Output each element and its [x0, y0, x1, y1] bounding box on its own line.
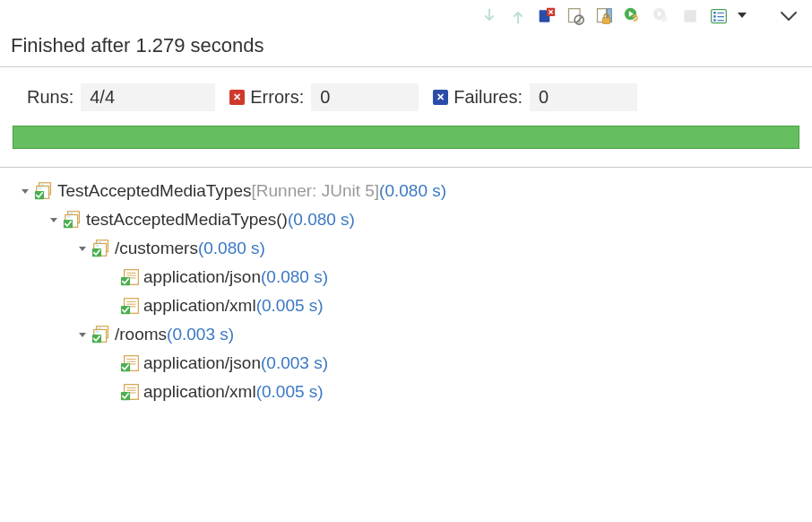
next-failure-icon	[479, 5, 500, 27]
suite-pass-icon	[91, 239, 113, 258]
node-duration: (0.003 s)	[167, 320, 234, 349]
node-label: application/xml	[143, 291, 256, 320]
node-duration: (0.005 s)	[256, 291, 324, 320]
expand-toggle-icon[interactable]	[16, 182, 34, 200]
stop-icon	[679, 5, 701, 27]
test-tree[interactable]: TestAcceptedMediaTypes [Runner: JUnit 5]…	[0, 168, 812, 415]
expand-toggle-icon[interactable]	[73, 326, 91, 344]
view-menu-icon[interactable]	[778, 5, 799, 27]
tree-node[interactable]: application/xml (0.005 s)	[5, 291, 807, 320]
test-history-icon[interactable]	[708, 5, 730, 27]
tree-node[interactable]: testAcceptedMediaTypes() (0.080 s)	[5, 205, 807, 234]
node-duration: (0.003 s)	[261, 349, 328, 378]
progress-wrap	[0, 118, 812, 168]
node-label: /rooms	[115, 320, 167, 349]
node-label: /customers	[115, 234, 198, 263]
status-line: Finished after 1.279 seconds	[0, 30, 812, 67]
test-pass-icon	[120, 296, 142, 316]
tree-node[interactable]: application/xml (0.005 s)	[5, 378, 807, 406]
node-suffix: [Runner: JUnit 5]	[252, 177, 380, 205]
node-duration: (0.080 s)	[288, 205, 355, 234]
lock-icon[interactable]	[593, 5, 615, 27]
tree-node[interactable]: TestAcceptedMediaTypes [Runner: JUnit 5]…	[5, 177, 807, 205]
errors-label: Errors:	[250, 87, 311, 108]
node-duration: (0.080 s)	[198, 234, 265, 263]
node-duration: (0.080 s)	[261, 263, 328, 291]
progress-bar	[13, 126, 799, 149]
runs-value: 4/4	[81, 83, 215, 111]
expand-toggle-icon[interactable]	[45, 211, 63, 229]
node-duration: (0.005 s)	[256, 378, 324, 406]
rerun-test-icon[interactable]	[622, 5, 644, 27]
test-pass-icon	[120, 353, 142, 373]
node-label: application/json	[143, 263, 261, 291]
rerun-failed-icon	[651, 5, 672, 27]
tree-node[interactable]: application/json (0.003 s)	[5, 349, 807, 378]
error-icon	[229, 90, 245, 105]
prev-failure-icon	[507, 5, 529, 27]
scroll-lock-icon[interactable]	[565, 5, 586, 27]
node-label: application/xml	[143, 378, 256, 406]
status-text: Finished after 1.279 seconds	[11, 34, 264, 57]
suite-pass-icon	[91, 325, 113, 344]
runs-label: Runs:	[27, 87, 81, 108]
node-label: testAcceptedMediaTypes()	[86, 205, 288, 234]
tree-node[interactable]: application/json (0.080 s)	[5, 263, 807, 291]
counter-row: Runs: 4/4 Errors: 0 Failures: 0	[0, 67, 812, 118]
errors-value: 0	[311, 83, 419, 111]
node-label: TestAcceptedMediaTypes	[57, 177, 252, 205]
tree-node[interactable]: /customers (0.080 s)	[5, 234, 807, 263]
failure-icon	[433, 90, 448, 105]
suite-pass-icon	[63, 210, 84, 230]
show-failures-icon[interactable]	[536, 5, 557, 27]
test-pass-icon	[120, 382, 142, 402]
expand-toggle-icon[interactable]	[73, 239, 91, 257]
suite-pass-icon	[34, 181, 56, 201]
junit-toolbar	[0, 0, 812, 30]
tree-node[interactable]: /rooms (0.003 s)	[5, 320, 807, 349]
node-label: application/json	[143, 349, 261, 378]
failures-label: Failures:	[454, 87, 530, 108]
node-duration: (0.080 s)	[379, 177, 446, 205]
failures-value: 0	[530, 83, 637, 111]
test-history-dropdown-icon[interactable]	[737, 5, 747, 27]
test-pass-icon	[120, 267, 142, 287]
